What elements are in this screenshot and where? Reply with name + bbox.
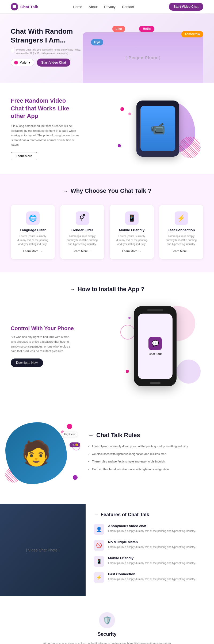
security-icon-wrap: 🛡️ <box>99 612 115 628</box>
navbar: Chat Talk Home About Privacy Contact Sta… <box>0 0 214 14</box>
install-content: Control With Your Phone But who has any … <box>11 303 203 389</box>
download-now-button[interactable]: Download Now <box>11 358 43 367</box>
rules-list: • Lorem Ipsum is simply dummy text of th… <box>88 444 203 471</box>
section-why: → Why Choose You Chat Talk ? 🌐 Language … <box>0 174 214 272</box>
feature-card-language: 🌐 Language Filter Lorem Ipsum is simply … <box>11 205 55 259</box>
install-text: Control With Your Phone But who has any … <box>11 325 75 367</box>
hero-controls: Male ▼ Start Video Chat <box>11 59 83 67</box>
chat-bubble-2: Hi! 😊 <box>70 442 81 447</box>
mobile-friendly-link[interactable]: Learn More → <box>114 249 150 253</box>
features-grid: 🌐 Language Filter Lorem Ipsum is simply … <box>11 205 203 259</box>
feature-card-connection: ⚡ Fast Connection Lorem Ipsum is simply … <box>159 205 203 259</box>
nav-cta-button[interactable]: Start Video Chat <box>169 3 203 11</box>
why-heading: → Why Choose You Chat Talk ? <box>11 187 203 194</box>
fast-connection-title: Fast Connection <box>163 228 199 232</box>
deco-dot-purple-lg <box>73 475 78 480</box>
fast-icon: ⚡ <box>94 572 104 583</box>
free-title: Free Random Video Chat that Works Like o… <box>11 97 80 120</box>
features-photo-content: [ Video Chat Photo ] <box>0 504 86 596</box>
deco-dot-pink-lg <box>67 424 72 429</box>
feature-item-no-multiple: 🚫 No Multiple Match Lorem Ipsum is simpl… <box>94 540 206 551</box>
section-free: Free Random Video Chat that Works Like o… <box>0 83 214 174</box>
feature-item-anonymous: 👤 Anonymous video chat Lorem Ipsum is si… <box>94 524 206 535</box>
nav-links: Home About Privacy Contact <box>73 4 134 9</box>
gender-label: Male <box>20 61 26 64</box>
fast-connection-desc: Lorem Ipsum is simply dummy text of the … <box>163 234 199 246</box>
security-description: At vero eos et accusamus et iusto odio d… <box>40 641 174 644</box>
hero-disclaimer-checkbox[interactable] <box>11 49 14 52</box>
mobile-friendly-icon: 📱 <box>125 211 139 225</box>
install-title: Control With Your Phone <box>11 325 75 331</box>
app-name-label: Chat Talk <box>149 352 162 356</box>
learn-more-button[interactable]: Learn More <box>11 152 37 160</box>
language-filter-icon: 🌐 <box>26 211 40 225</box>
nav-link-home[interactable]: Home <box>73 5 82 9</box>
dot-pink-2 <box>128 113 131 115</box>
nav-logo-text: Chat Talk <box>20 5 38 9</box>
feature-item-mobile: 📱 Mobile Friendly Lorem Ipsum is simply … <box>94 556 206 567</box>
free-text: Free Random Video Chat that Works Like o… <box>11 97 80 160</box>
rule-item-1: • Lorem Ipsum is simply dummy text of th… <box>88 444 203 449</box>
fast-content: Fast Connection Lorem Ipsum is simply du… <box>108 572 196 583</box>
free-visual: 📹 <box>112 97 203 161</box>
gender-select[interactable]: Male ▼ <box>11 59 34 66</box>
small-dot-1 <box>126 370 129 373</box>
feature-card-mobile: 📱 Mobile Friendly Lorem Ipsum is simply … <box>110 205 154 259</box>
install-heading-title: How to Install the App ? <box>78 286 144 293</box>
phone-screen-inner: 💬 Chat Talk <box>138 314 173 379</box>
features-heading: → Features of Chat Talk <box>94 512 206 518</box>
mobile-content: Mobile Friendly Lorem Ipsum is simply du… <box>108 556 196 567</box>
striped-deco-1 <box>179 137 201 158</box>
bubble-bye: Bye <box>91 39 103 45</box>
nav-link-contact[interactable]: Contact <box>122 5 134 9</box>
fast-title: Fast Connection <box>108 572 196 576</box>
arrow-right-icon-3: → <box>88 432 94 438</box>
fast-connection-icon: ⚡ <box>175 211 188 225</box>
anonymous-title: Anonymous video chat <box>108 524 196 528</box>
no-multiple-desc: Lorem Ipsum is simply dummy text of the … <box>108 545 196 549</box>
gender-filter-title: Gender Filter <box>64 228 100 232</box>
security-title: Security <box>11 631 203 637</box>
phone-in-hand: 📹 <box>136 101 179 157</box>
gender-filter-link[interactable]: Learn More → <box>64 249 100 253</box>
bubble-like: Like <box>112 26 125 32</box>
arrow-right-icon-2: → <box>70 286 75 292</box>
section-rules: 🧑 Hey there! Hi! 😊 → Chat Talk Rules • L… <box>0 402 214 504</box>
hero-section: Chat With Random Strangers I Am... By us… <box>0 14 214 83</box>
bubble-hello: Hello <box>139 26 154 32</box>
rule-item-3: • There rules and perfectly simple and e… <box>88 459 203 464</box>
features-photo: [ Video Chat Photo ] <box>0 504 86 596</box>
phone-mockup: 💬 Chat Talk <box>134 306 177 386</box>
features-list-panel: → Features of Chat Talk 👤 Anonymous vide… <box>86 504 214 596</box>
phone-top-notch <box>147 309 163 311</box>
no-multiple-icon: 🚫 <box>94 540 104 551</box>
start-video-chat-button[interactable]: Start Video Chat <box>37 59 70 67</box>
mobile-title: Mobile Friendly <box>108 556 196 560</box>
no-multiple-content: No Multiple Match Lorem Ipsum is simply … <box>108 540 196 551</box>
gender-filter-icon: ⚥ <box>76 211 89 225</box>
chevron-down-icon: ▼ <box>28 61 31 64</box>
anonymous-content: Anonymous video chat Lorem Ipsum is simp… <box>108 524 196 535</box>
hero-disclaimer-text: By using Chat Talk, you accept the Terms… <box>16 48 83 55</box>
mobile-friendly-desc: Lorem Ipsum is simply dummy text of the … <box>114 234 150 246</box>
nav-logo-icon <box>11 3 18 10</box>
no-multiple-title: No Multiple Match <box>108 540 196 544</box>
bubble-tomorrow: Tomorrow <box>181 31 203 37</box>
rules-blob: 🧑 <box>5 422 67 484</box>
nav-link-about[interactable]: About <box>89 5 98 9</box>
mobile-desc: Lorem Ipsum is simply dummy text of the … <box>108 561 196 565</box>
language-filter-desc: Lorem Ipsum is simply dummy text of the … <box>15 234 51 246</box>
install-description: But who has any right to find fault with… <box>11 335 75 353</box>
rule-item-2: • we discusses with righteous indignatio… <box>88 452 203 456</box>
hero-text: Chat With Random Strangers I Am... By us… <box>11 24 83 67</box>
nav-logo: Chat Talk <box>11 3 38 10</box>
mobile-icon: 📱 <box>94 556 104 567</box>
anonymous-icon: 👤 <box>94 524 104 535</box>
rules-person-icon: 🧑 <box>21 439 51 467</box>
language-filter-link[interactable]: Learn More → <box>15 249 51 253</box>
rule-item-4: • On the other hand, we denounce with ri… <box>88 467 203 472</box>
nav-link-privacy[interactable]: Privacy <box>104 5 116 9</box>
fast-connection-link[interactable]: Learn More → <box>163 249 199 253</box>
section-security: 🛡️ Security At vero eos et accusamus et … <box>0 596 214 644</box>
arrow-right-icon-4: → <box>94 512 98 518</box>
